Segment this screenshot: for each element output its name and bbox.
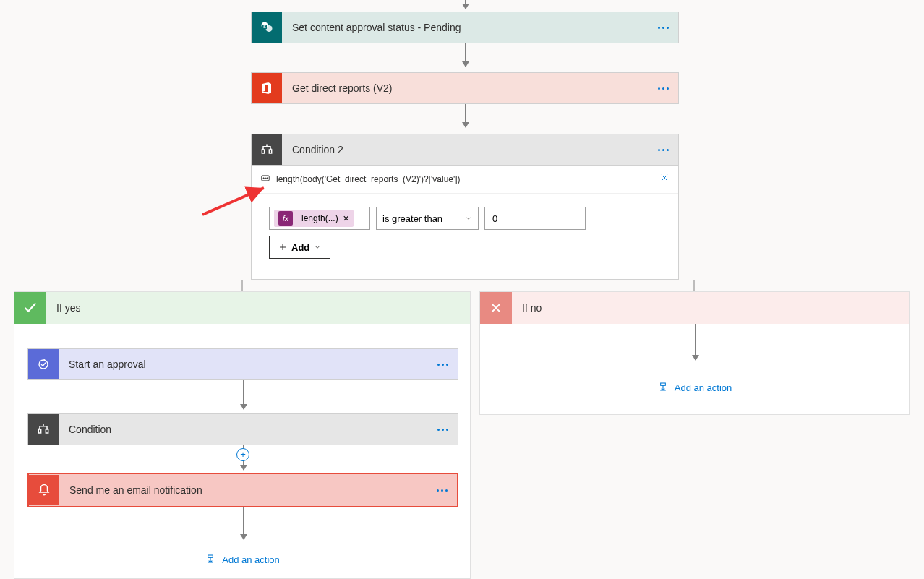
- branch-yes: If yes Start an approval Condition: [14, 291, 471, 579]
- x-icon: [480, 292, 512, 324]
- svg-line-8: [202, 188, 264, 215]
- card-title: Get direct reports (V2): [282, 82, 648, 94]
- remove-token-button[interactable]: ✕: [343, 214, 349, 223]
- more-menu[interactable]: [427, 349, 458, 379]
- action-send-email-notification[interactable]: Send me an email notification: [27, 473, 458, 507]
- more-menu[interactable]: [427, 474, 457, 506]
- svg-point-6: [265, 177, 265, 178]
- card-title: Condition 2: [282, 144, 648, 155]
- more-menu[interactable]: [427, 414, 458, 445]
- more-menu[interactable]: [648, 134, 678, 165]
- condition2-body: length(body('Get_direct_reports_(V2)')?[…: [251, 166, 679, 280]
- insert-step-button[interactable]: +: [236, 448, 249, 461]
- card-title: Send me an email notification: [59, 484, 427, 496]
- add-action-link[interactable]: Add an action: [14, 554, 470, 565]
- condition-value-input[interactable]: 0: [484, 207, 586, 230]
- svg-point-9: [39, 360, 48, 369]
- branch-no-header[interactable]: If no: [480, 292, 909, 324]
- condition2-card[interactable]: Condition 2: [251, 134, 679, 166]
- peek-expression: length(body('Get_direct_reports_(V2)')?[…: [276, 174, 659, 184]
- office-icon: [252, 73, 282, 103]
- action-get-direct-reports[interactable]: Get direct reports (V2): [251, 72, 679, 104]
- action-sharepoint-set-approval[interactable]: S Set content approval status - Pending: [251, 12, 679, 43]
- action-condition[interactable]: Condition: [27, 413, 458, 445]
- add-condition-button[interactable]: Add: [269, 236, 330, 259]
- check-icon: [14, 292, 46, 324]
- approval-icon: [28, 349, 59, 379]
- fx-icon: fx: [278, 211, 293, 226]
- condition-icon: [252, 134, 282, 165]
- condition-left-operand[interactable]: fx length(...) ✕: [269, 207, 370, 230]
- branch-yes-header[interactable]: If yes: [14, 292, 470, 324]
- close-peek-button[interactable]: [659, 173, 670, 186]
- sharepoint-icon: S: [252, 12, 282, 43]
- more-menu[interactable]: [648, 12, 678, 43]
- svg-point-5: [263, 177, 264, 178]
- annotation-arrow: [199, 182, 271, 218]
- svg-text:S: S: [263, 25, 266, 29]
- condition-icon: [28, 414, 59, 445]
- card-title: Start an approval: [59, 359, 427, 370]
- action-start-approval[interactable]: Start an approval: [27, 348, 458, 380]
- condition-operator-select[interactable]: is greater than: [376, 207, 479, 230]
- add-action-link[interactable]: Add an action: [480, 382, 909, 393]
- more-menu[interactable]: [648, 73, 678, 103]
- branch-no: If no Add an action: [479, 291, 910, 415]
- card-title: Set content approval status - Pending: [282, 22, 648, 33]
- fx-label: length(...): [301, 213, 338, 223]
- svg-point-7: [267, 177, 268, 178]
- card-title: Condition: [59, 424, 427, 435]
- bell-icon: [29, 475, 59, 505]
